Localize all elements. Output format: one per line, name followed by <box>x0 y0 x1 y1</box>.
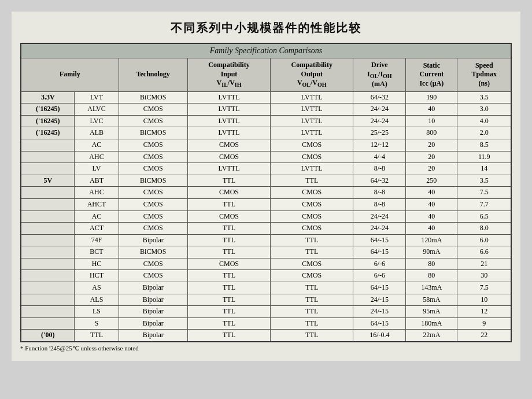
output-cell: CMOS <box>271 139 353 151</box>
input-cell: TTL <box>187 175 270 187</box>
speed-cell: 2.0 <box>457 127 511 139</box>
input-cell: CMOS <box>187 151 270 163</box>
family-cell: ('00) <box>21 330 75 342</box>
speed-cell: 7.5 <box>457 187 511 199</box>
subfamily-cell: BCT <box>75 246 119 258</box>
family-cell <box>21 270 75 282</box>
output-cell: TTL <box>271 294 353 306</box>
family-cell: 3.3V <box>21 91 75 104</box>
input-cell: CMOS <box>187 187 270 199</box>
table-row: ('16245)ALVCCMOSLVTTLLVTTL24/-24403.0 <box>21 104 511 116</box>
speed-cell: 21 <box>457 258 511 270</box>
tech-cell: CMOS <box>119 210 187 223</box>
subfamily-cell: AC <box>75 139 119 151</box>
speed-cell: 7.7 <box>457 198 511 210</box>
table-row: LVCMOSLVTTLLVTTL8/-82014 <box>21 163 511 175</box>
tech-cell: CMOS <box>119 187 187 199</box>
output-cell: CMOS <box>271 187 353 199</box>
static-cell: 10 <box>406 115 457 127</box>
table-row: 74FBipolarTTLTTL64/-15120mA6.0 <box>21 234 511 246</box>
output-cell: CMOS <box>271 198 353 210</box>
subfamily-cell: LV <box>75 163 119 175</box>
family-cell <box>21 210 75 223</box>
main-table: Family Specification Comparisons Family … <box>20 43 512 342</box>
subfamily-cell: AS <box>75 282 119 294</box>
subfamily-cell: ACT <box>75 223 119 235</box>
static-cell: 95mA <box>406 306 457 318</box>
family-cell <box>21 294 75 306</box>
subfamily-cell: LVT <box>75 91 119 104</box>
speed-cell: 10 <box>457 294 511 306</box>
tech-cell: BiCMOS <box>119 127 187 139</box>
drive-cell: 8/-8 <box>353 198 406 210</box>
drive-cell: 25/-25 <box>353 127 406 139</box>
page-container: 不同系列中小规模器件的性能比较 Family Specification Com… <box>12 12 520 361</box>
table-row: HCTCMOSTTLCMOS6/-68030 <box>21 270 511 282</box>
table-row: BCTBiCMOSTTLTTL64/-1590mA6.6 <box>21 246 511 258</box>
col-header-family: Family <box>21 58 119 92</box>
table-row: ACCMOSCMOSCMOS12/-12208.5 <box>21 139 511 151</box>
speed-cell: 6.6 <box>457 246 511 258</box>
subfamily-cell: TTL <box>75 330 119 342</box>
tech-cell: Bipolar <box>119 317 187 330</box>
output-cell: TTL <box>271 330 353 342</box>
table-row: ('00)TTLBipolarTTLTTL16/-0.422mA22 <box>21 330 511 342</box>
family-cell: ('16245) <box>21 115 75 127</box>
family-cell <box>21 223 75 235</box>
output-cell: LVTTL <box>271 115 353 127</box>
speed-cell: 3.0 <box>457 104 511 116</box>
table-row: ACTCMOSTTLCMOS24/-24408.0 <box>21 223 511 235</box>
drive-cell: 16/-0.4 <box>353 330 406 342</box>
table-row: SBipolarTTLTTL64/-15180mA9 <box>21 317 511 330</box>
output-cell: TTL <box>271 317 353 330</box>
family-cell: ('16245) <box>21 127 75 139</box>
speed-cell: 11.9 <box>457 151 511 163</box>
static-cell: 20 <box>406 151 457 163</box>
speed-cell: 4.0 <box>457 115 511 127</box>
family-cell <box>21 317 75 330</box>
static-cell: 20 <box>406 163 457 175</box>
table-row: AHCTCMOSTTLCMOS8/-8407.7 <box>21 198 511 210</box>
family-cell <box>21 163 75 175</box>
output-cell: TTL <box>271 234 353 246</box>
subfamily-cell: AC <box>75 210 119 223</box>
speed-cell: 14 <box>457 163 511 175</box>
static-cell: 80 <box>406 270 457 282</box>
tech-cell: CMOS <box>119 270 187 282</box>
tech-cell: CMOS <box>119 163 187 175</box>
output-cell: TTL <box>271 282 353 294</box>
static-cell: 800 <box>406 127 457 139</box>
family-cell <box>21 306 75 318</box>
tech-cell: Bipolar <box>119 234 187 246</box>
output-cell: LVTTL <box>271 163 353 175</box>
output-cell: TTL <box>271 246 353 258</box>
input-cell: LVTTL <box>187 104 270 116</box>
col-header-speed: SpeedTpdmax(ns) <box>457 58 511 92</box>
family-cell <box>21 198 75 210</box>
input-cell: TTL <box>187 198 270 210</box>
input-cell: LVTTL <box>187 163 270 175</box>
tech-cell: BiCMOS <box>119 246 187 258</box>
static-cell: 190 <box>406 91 457 104</box>
main-title: 不同系列中小规模器件的性能比较 <box>20 20 512 36</box>
tech-cell: CMOS <box>119 104 187 116</box>
tech-cell: CMOS <box>119 198 187 210</box>
speed-cell: 3.5 <box>457 175 511 187</box>
input-cell: LVTTL <box>187 91 270 104</box>
static-cell: 40 <box>406 198 457 210</box>
col-header-drive: DriveIOL/IOH(mA) <box>353 58 406 92</box>
input-cell: TTL <box>187 306 270 318</box>
table-row: AHCCMOSCMOSCMOS8/-8407.5 <box>21 187 511 199</box>
tech-cell: Bipolar <box>119 330 187 342</box>
tech-cell: Bipolar <box>119 306 187 318</box>
subfamily-cell: ALVC <box>75 104 119 116</box>
table-row: ALSBipolarTTLTTL24/-1558mA10 <box>21 294 511 306</box>
table-row: 3.3VLVTBiCMOSLVTTLLVTTL64/-321903.5 <box>21 91 511 104</box>
input-cell: CMOS <box>187 258 270 270</box>
table-row: ('16245)LVCCMOSLVTTLLVTTL24/-24104.0 <box>21 115 511 127</box>
drive-cell: 64/-15 <box>353 282 406 294</box>
table-row: 5VABTBiCMOSTTLTTL64/-322503.5 <box>21 175 511 187</box>
speed-cell: 9 <box>457 317 511 330</box>
family-cell: 5V <box>21 175 75 187</box>
drive-cell: 8/-8 <box>353 163 406 175</box>
